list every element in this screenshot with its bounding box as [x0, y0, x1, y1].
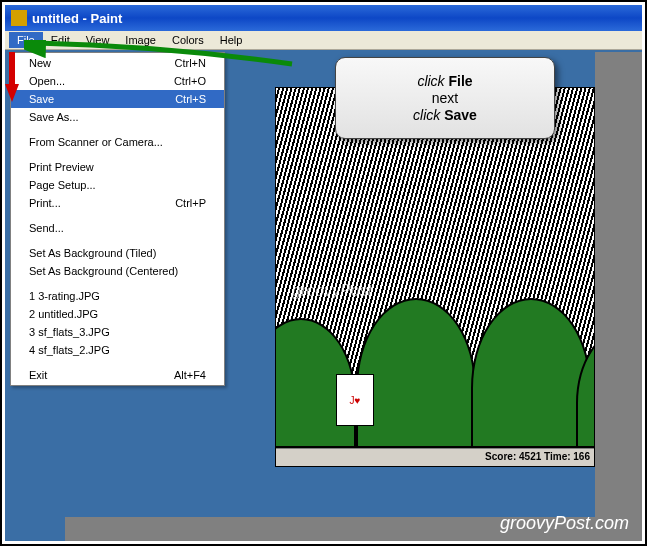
label: 1 3-rating.JPG — [29, 290, 100, 302]
label: Open... — [29, 75, 65, 87]
separator — [13, 283, 222, 284]
menu-item-save-as[interactable]: Save As... — [11, 108, 224, 126]
separator — [13, 129, 222, 130]
game-status: Score: 4521 Time: 166 — [276, 448, 594, 466]
label: 2 untitled.JPG — [29, 308, 98, 320]
accel: Ctrl+O — [174, 75, 206, 87]
brand-label: groovyPost.com — [500, 513, 629, 534]
menu-item-new[interactable]: NewCtrl+N — [11, 54, 224, 72]
pasted-image: J♥ Score: 4521 Time: 166 — [275, 87, 595, 467]
app-icon — [11, 10, 27, 26]
accel: Ctrl+P — [175, 197, 206, 209]
label: Set As Background (Centered) — [29, 265, 178, 277]
menu-item-print-preview[interactable]: Print Preview — [11, 158, 224, 176]
label: New — [29, 57, 51, 69]
arches — [276, 348, 594, 448]
menu-item-scanner[interactable]: From Scanner or Camera... — [11, 133, 224, 151]
label: Print Preview — [29, 161, 94, 173]
menu-item-exit[interactable]: ExitAlt+F4 — [11, 366, 224, 384]
tutorial-frame: untitled - Paint File Edit View Image Co… — [0, 0, 647, 546]
file-menu-dropdown: NewCtrl+N Open...Ctrl+O SaveCtrl+S Save … — [10, 52, 225, 386]
separator — [13, 362, 222, 363]
menu-image[interactable]: Image — [117, 32, 164, 48]
menu-item-recent-3[interactable]: 3 sf_flats_3.JPG — [11, 323, 224, 341]
label: Send... — [29, 222, 64, 234]
menu-item-bg-centered[interactable]: Set As Background (Centered) — [11, 262, 224, 280]
menu-item-page-setup[interactable]: Page Setup... — [11, 176, 224, 194]
instruction-callout: click File next click Save — [335, 57, 555, 139]
menu-item-recent-4[interactable]: 4 sf_flats_2.JPG — [11, 341, 224, 359]
separator — [13, 215, 222, 216]
window-title: untitled - Paint — [32, 11, 122, 26]
menu-item-open[interactable]: Open...Ctrl+O — [11, 72, 224, 90]
callout-line-3: click Save — [346, 107, 544, 123]
menu-edit[interactable]: Edit — [43, 32, 78, 48]
label: Save As... — [29, 111, 79, 123]
menubar: File Edit View Image Colors Help — [5, 31, 642, 50]
label: Save — [29, 93, 54, 105]
menu-item-send[interactable]: Send... — [11, 219, 224, 237]
menu-file[interactable]: File — [9, 32, 43, 48]
menu-item-recent-2[interactable]: 2 untitled.JPG — [11, 305, 224, 323]
menu-colors[interactable]: Colors — [164, 32, 212, 48]
accel: Alt+F4 — [174, 369, 206, 381]
menu-help[interactable]: Help — [212, 32, 251, 48]
separator — [13, 154, 222, 155]
playing-card: J♥ — [336, 374, 374, 426]
label: Set As Background (Tiled) — [29, 247, 156, 259]
label: Exit — [29, 369, 47, 381]
menu-item-recent-1[interactable]: 1 3-rating.JPG — [11, 287, 224, 305]
menu-item-save[interactable]: SaveCtrl+S — [11, 90, 224, 108]
label: From Scanner or Camera... — [29, 136, 163, 148]
separator — [13, 240, 222, 241]
callout-line-2: next — [346, 90, 544, 106]
menu-view[interactable]: View — [78, 32, 118, 48]
label: 4 sf_flats_2.JPG — [29, 344, 110, 356]
titlebar: untitled - Paint — [5, 5, 642, 31]
menu-item-print[interactable]: Print...Ctrl+P — [11, 194, 224, 212]
label: Print... — [29, 197, 61, 209]
accel: Ctrl+N — [175, 57, 206, 69]
label: Page Setup... — [29, 179, 96, 191]
label: 3 sf_flats_3.JPG — [29, 326, 110, 338]
menu-item-bg-tiled[interactable]: Set As Background (Tiled) — [11, 244, 224, 262]
accel: Ctrl+S — [175, 93, 206, 105]
callout-line-1: click File — [346, 73, 544, 89]
